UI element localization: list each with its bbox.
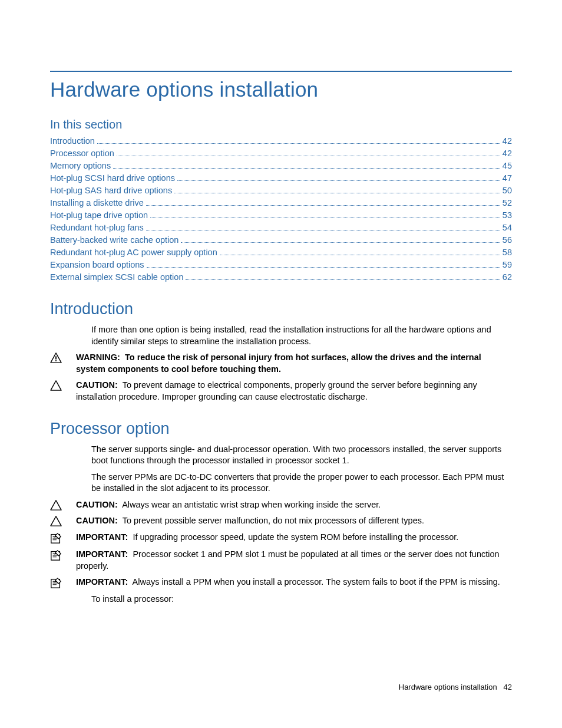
toc-row[interactable]: Hot-plug SAS hard drive options 50	[50, 185, 512, 197]
warning-text: WARNING: To reduce the risk of personal …	[76, 352, 512, 375]
toc-page-number: 45	[503, 160, 512, 172]
processor-body-1: The server supports single- and dual-pro…	[91, 444, 512, 467]
caution-icon	[50, 500, 65, 510]
page-footer: Hardware options installation 42	[399, 683, 512, 691]
toc-leader-dots	[97, 136, 500, 144]
toc-row[interactable]: Hot-plug tape drive option 53	[50, 209, 512, 222]
footer-page: 42	[504, 683, 512, 691]
toc-row[interactable]: Hot-plug SCSI hard drive options 47	[50, 172, 512, 185]
table-of-contents: Introduction 42Processor option 42Memory…	[50, 135, 512, 284]
toc-page-number: 52	[503, 197, 512, 209]
important-note: IMPORTANT: If upgrading processor speed,…	[50, 532, 512, 544]
toc-page-number: 47	[503, 172, 512, 185]
toc-label: Expansion board options	[50, 259, 144, 271]
toc-label: Redundant hot-plug fans	[50, 222, 144, 234]
processor-body-2: The server PPMs are DC-to-DC converters …	[91, 472, 512, 495]
toc-page-number: 53	[503, 209, 512, 222]
important-note: IMPORTANT: Always install a PPM when you…	[50, 577, 512, 589]
toc-leader-dots	[117, 149, 500, 156]
footer-text: Hardware options installation	[399, 683, 497, 691]
toc-row[interactable]: Redundant hot-plug fans 54	[50, 222, 512, 234]
toc-leader-dots	[186, 273, 500, 281]
caution-text: CAUTION: To prevent damage to electrical…	[76, 380, 512, 403]
toc-page-number: 42	[503, 135, 512, 147]
install-lead: To install a processor:	[91, 594, 512, 605]
toc-label: Battery-backed write cache option	[50, 234, 178, 246]
toc-leader-dots	[113, 161, 500, 169]
toc-page-number: 42	[503, 147, 512, 160]
toc-row[interactable]: Processor option 42	[50, 147, 512, 160]
document-page: Hardware options installation In this se…	[0, 0, 562, 728]
toc-leader-dots	[150, 211, 500, 219]
page-title: Hardware options installation	[50, 78, 512, 101]
toc-page-number: 59	[503, 259, 512, 271]
caution-text: CAUTION: Always wear an antistatic wrist…	[76, 499, 512, 511]
important-note: IMPORTANT: Processor socket 1 and PPM sl…	[50, 549, 512, 572]
caution-text: CAUTION: To prevent possible server malf…	[76, 515, 512, 527]
toc-page-number: 58	[503, 246, 512, 259]
toc-row[interactable]: Expansion board options 59	[50, 259, 512, 271]
toc-label: Introduction	[50, 135, 95, 147]
toc-page-number: 50	[503, 185, 512, 197]
toc-label: Redundant hot-plug AC power supply optio…	[50, 246, 217, 259]
caution-icon	[50, 380, 65, 391]
caution-note: CAUTION: Always wear an antistatic wrist…	[50, 499, 512, 511]
toc-leader-dots	[220, 248, 500, 256]
toc-label: Hot-plug SCSI hard drive options	[50, 172, 175, 185]
toc-row[interactable]: External simplex SCSI cable option 62	[50, 271, 512, 284]
note-icon	[50, 532, 65, 544]
processor-option-heading: Processor option	[50, 420, 512, 438]
top-rule	[50, 71, 512, 72]
toc-label: Memory options	[50, 160, 111, 172]
introduction-heading: Introduction	[50, 300, 512, 318]
toc-label: External simplex SCSI cable option	[50, 271, 183, 284]
toc-leader-dots	[174, 186, 500, 193]
toc-row[interactable]: Memory options 45	[50, 160, 512, 172]
introduction-body: If more than one option is being install…	[91, 324, 512, 347]
note-icon	[50, 577, 65, 589]
caution-note: CAUTION: To prevent damage to electrical…	[50, 380, 512, 403]
warning-note: WARNING: To reduce the risk of personal …	[50, 352, 512, 375]
toc-row[interactable]: Introduction 42	[50, 135, 512, 147]
caution-icon	[50, 516, 65, 526]
important-text: IMPORTANT: If upgrading processor speed,…	[76, 532, 512, 543]
toc-label: Hot-plug tape drive option	[50, 209, 148, 222]
warning-icon	[50, 353, 65, 363]
important-text: IMPORTANT: Processor socket 1 and PPM sl…	[76, 549, 512, 572]
caution-note: CAUTION: To prevent possible server malf…	[50, 515, 512, 527]
toc-leader-dots	[177, 173, 500, 181]
toc-label: Processor option	[50, 147, 114, 160]
important-text: IMPORTANT: Always install a PPM when you…	[76, 577, 512, 588]
in-this-section-heading: In this section	[50, 118, 512, 131]
toc-page-number: 54	[503, 222, 512, 234]
toc-label: Hot-plug SAS hard drive options	[50, 185, 172, 197]
toc-leader-dots	[146, 198, 500, 206]
toc-page-number: 56	[503, 234, 512, 246]
toc-row[interactable]: Installing a diskette drive 52	[50, 197, 512, 209]
toc-leader-dots	[146, 223, 500, 231]
toc-row[interactable]: Redundant hot-plug AC power supply optio…	[50, 246, 512, 259]
toc-row[interactable]: Battery-backed write cache option 56	[50, 234, 512, 246]
toc-label: Installing a diskette drive	[50, 197, 144, 209]
toc-leader-dots	[147, 261, 500, 268]
toc-page-number: 62	[503, 271, 512, 284]
note-icon	[50, 549, 65, 561]
toc-leader-dots	[181, 236, 500, 243]
